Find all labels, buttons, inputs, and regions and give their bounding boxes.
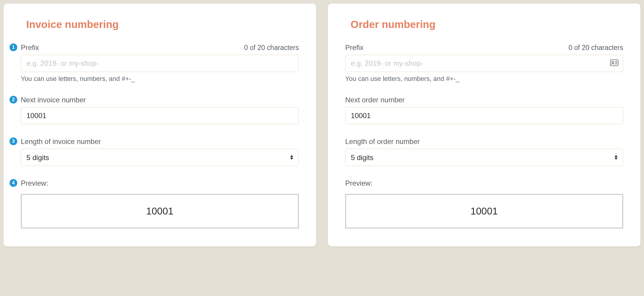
order-next-number-field: Next order number xyxy=(345,96,623,124)
invoice-length-field: 3 Length of invoice number 5 digits xyxy=(21,137,299,166)
invoice-preview-field: 4 Preview: 10001 xyxy=(21,179,299,228)
invoice-card-title: Invoice numbering xyxy=(26,18,299,30)
step-badge-2: 2 xyxy=(10,96,17,104)
order-length-field: Length of order number 5 digits xyxy=(345,137,623,166)
invoice-preview-box: 10001 xyxy=(21,194,299,228)
invoice-length-select[interactable]: 5 digits xyxy=(21,149,299,166)
invoice-prefix-hint: You can use letters, numbers, and #+-_ xyxy=(21,75,299,83)
invoice-preview-label: Preview: xyxy=(21,179,48,187)
order-length-select[interactable]: 5 digits xyxy=(345,149,623,166)
invoice-next-number-label: Next invoice number xyxy=(21,96,86,104)
order-next-number-input[interactable] xyxy=(345,107,623,124)
order-prefix-charcount: 0 of 20 characters xyxy=(568,44,623,52)
order-card-title: Order numbering xyxy=(351,18,623,30)
order-prefix-field: Prefix 0 of 20 characters You can use xyxy=(345,43,623,83)
invoice-prefix-charcount: 0 of 20 characters xyxy=(244,44,299,52)
invoice-length-label: Length of invoice number xyxy=(21,137,101,146)
step-badge-1: 1 xyxy=(10,43,17,51)
invoice-next-number-field: 2 Next invoice number xyxy=(21,96,299,124)
invoice-prefix-input[interactable] xyxy=(21,55,299,72)
order-prefix-label: Prefix xyxy=(345,43,363,52)
order-prefix-input[interactable] xyxy=(345,55,623,72)
order-next-number-label: Next order number xyxy=(345,96,405,104)
step-badge-3: 3 xyxy=(10,137,17,145)
invoice-next-number-input[interactable] xyxy=(21,107,299,124)
step-badge-4: 4 xyxy=(10,179,17,187)
order-preview-label: Preview: xyxy=(345,179,373,187)
invoice-prefix-label: Prefix xyxy=(21,43,39,52)
order-length-label: Length of order number xyxy=(345,137,420,146)
order-numbering-card: Order numbering Prefix 0 of 20 character… xyxy=(328,4,640,246)
invoice-numbering-card: Invoice numbering 1 Prefix 0 of 20 chara… xyxy=(4,4,316,246)
order-preview-box: 10001 xyxy=(345,194,623,228)
invoice-prefix-field: 1 Prefix 0 of 20 characters You can use … xyxy=(21,43,299,83)
order-prefix-hint: You can use letters, numbers, and #+-_ xyxy=(345,75,623,83)
order-preview-field: Preview: 10001 xyxy=(345,179,623,228)
